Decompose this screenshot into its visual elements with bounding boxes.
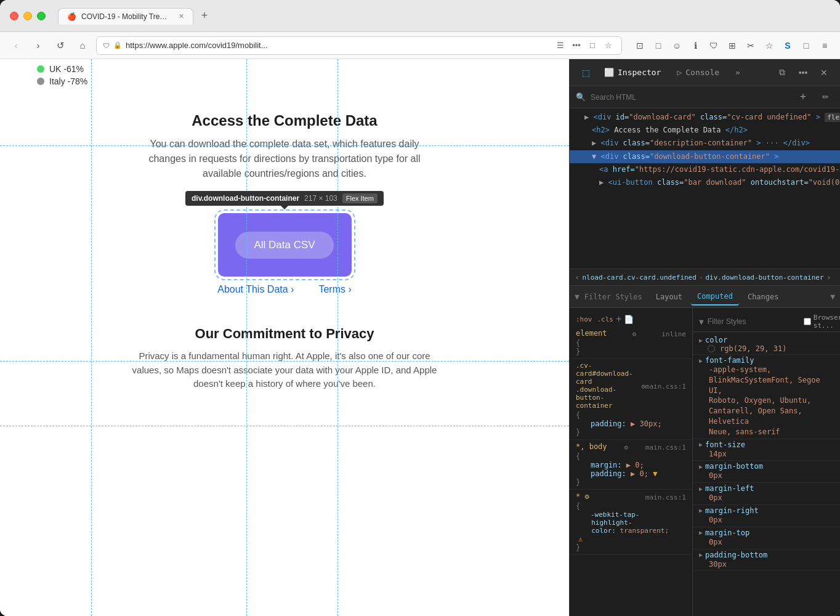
- reader-mode-button[interactable]: ☰: [554, 39, 567, 52]
- privacy-section: Our Commitment to Privacy Privacy is a f…: [37, 307, 532, 397]
- toolbar-icon-5[interactable]: 🛡: [706, 38, 722, 54]
- color-prop-name: color: [705, 336, 727, 344]
- margin-bottom-header[interactable]: ▶ margin-bottom: [699, 462, 834, 471]
- maximize-button[interactable]: [37, 12, 46, 20]
- devtools-more-tabs[interactable]: »: [729, 64, 746, 81]
- tree-line-6[interactable]: ▶ <ui-button class="bar download" ontouc…: [570, 176, 840, 189]
- toolbar-icon-9[interactable]: S: [780, 38, 796, 54]
- devtools-dock-button[interactable]: ⧉: [773, 64, 791, 81]
- download-button-container[interactable]: All Data CSV: [218, 213, 352, 277]
- inspector-tab-label: Inspector: [618, 68, 661, 77]
- computed-color-row[interactable]: ▶ color rgb(29, 29, 31): [693, 334, 840, 355]
- back-button[interactable]: ‹: [7, 37, 25, 54]
- margin-right-header[interactable]: ▶ margin-right: [699, 506, 834, 515]
- toolbar-icon-7[interactable]: ✂: [743, 38, 759, 54]
- computed-padding-bottom-row[interactable]: ▶ padding-bottom 30px: [693, 549, 840, 572]
- all-data-csv-button[interactable]: All Data CSV: [235, 232, 333, 259]
- toolbar-icon-6[interactable]: ⊞: [724, 38, 740, 54]
- toolbar-icon-3[interactable]: ☺: [669, 38, 685, 54]
- computed-tab[interactable]: Computed: [691, 288, 739, 306]
- about-data-link[interactable]: About This Data ›: [217, 284, 294, 295]
- element-rule-block: element ⚙ inline { }: [570, 326, 692, 359]
- active-tab[interactable]: 🍎 COVID-19 - Mobility Trends Re... ✕: [58, 8, 193, 25]
- toolbar-icon-8[interactable]: ☆: [761, 38, 777, 54]
- tab-close-button[interactable]: ✕: [179, 12, 184, 20]
- toolbar-icon-menu[interactable]: ≡: [817, 38, 833, 54]
- url-bar[interactable]: 🛡 🔒 https://www.apple.com/covid19/mobili…: [96, 36, 622, 55]
- padding-bottom-header[interactable]: ▶ padding-bottom: [699, 551, 834, 559]
- main-layout: UK -61% Italy -78% Access the Complete D…: [0, 59, 840, 616]
- bookmark-button[interactable]: ☆: [602, 39, 615, 52]
- traffic-lights: [10, 12, 46, 20]
- browser-styles-checkbox[interactable]: Browser st...: [804, 314, 840, 330]
- toolbar-icon-2[interactable]: □: [650, 38, 666, 54]
- devtools-pointer-button[interactable]: ⬚: [577, 64, 594, 81]
- margin-top-expand-tri: ▶: [699, 529, 703, 536]
- breadcrumb-bar: ‹ nload-card.cv-card.undefined › div.dow…: [570, 269, 840, 286]
- more-button[interactable]: •••: [570, 39, 583, 52]
- margin-top-value: 0px: [699, 537, 834, 548]
- changes-arrow[interactable]: ▼: [830, 292, 835, 301]
- rule-open-brace-2: {: [576, 411, 580, 419]
- changes-tab[interactable]: Changes: [741, 289, 785, 305]
- layout-tab[interactable]: Layout: [650, 289, 689, 305]
- breadcrumb-forward-arrow[interactable]: ›: [826, 272, 831, 282]
- font-family-prop-header[interactable]: ▶ font-family: [699, 356, 834, 365]
- margin-bottom-expand-tri: ▶: [699, 463, 703, 470]
- toolbar-icon-10[interactable]: □: [798, 38, 814, 54]
- breadcrumb-item-2[interactable]: div.download-button-container: [706, 274, 824, 282]
- toolbar-icon-1[interactable]: ⊡: [632, 38, 648, 54]
- hov-pseudo[interactable]: :hov: [576, 315, 592, 323]
- computed-styles-panel: ▼ Browser st... ▶ color: [693, 308, 840, 616]
- margin-left-header[interactable]: ▶ margin-left: [699, 484, 834, 493]
- computed-filter-input[interactable]: [708, 317, 800, 326]
- cls-pseudo[interactable]: .cls: [597, 315, 614, 323]
- devtools-console-tab[interactable]: ▷ Console: [671, 64, 725, 81]
- tree-line-5[interactable]: <a href="https://covid19-static.cdn-appl…: [570, 163, 840, 176]
- browser-styles-label: Browser st...: [814, 314, 840, 330]
- tree-line-3[interactable]: ▶ <div class="description-container" > ·…: [570, 137, 840, 150]
- devtools-close-button[interactable]: ✕: [815, 64, 833, 81]
- computed-font-size-row[interactable]: ▶ font-size 14px: [693, 439, 840, 461]
- gear-icon[interactable]: ⚙: [632, 330, 637, 338]
- computed-margin-right-row[interactable]: ▶ margin-right 0px: [693, 505, 840, 527]
- computed-search-icon: ▼: [699, 317, 704, 326]
- tree-content-2: <h2> Access the Complete Data </h2>: [592, 126, 748, 134]
- color-prop-header[interactable]: ▶ color: [699, 336, 834, 344]
- devtools-options-button[interactable]: •••: [794, 64, 812, 81]
- add-rule-button[interactable]: +: [616, 314, 621, 325]
- html-tree[interactable]: ▶ <div id="download-card" class="cv-card…: [570, 108, 840, 269]
- rule-open-brace-3: {: [576, 452, 580, 461]
- home-button[interactable]: ⌂: [74, 37, 91, 54]
- tree-line-4[interactable]: ▼ <div class="download-button-container"…: [570, 150, 840, 163]
- computed-font-family-row[interactable]: ▶ font-family -apple-system,BlinkMacSyst…: [693, 355, 840, 439]
- search-html-input[interactable]: [591, 93, 790, 102]
- body-gear-icon[interactable]: ⚙: [624, 444, 628, 452]
- edit-button[interactable]: ✏: [817, 89, 834, 106]
- devtools-inspector-tab[interactable]: ⬜ Inspector: [598, 64, 667, 81]
- forward-button[interactable]: ›: [30, 37, 47, 54]
- toolbar-icon-4[interactable]: ℹ: [687, 38, 703, 54]
- breadcrumb-back-arrow[interactable]: ‹: [575, 272, 580, 282]
- margin-top-header[interactable]: ▶ margin-top: [699, 529, 834, 537]
- terms-link[interactable]: Terms ›: [318, 284, 351, 295]
- add-rule-button[interactable]: +: [794, 89, 812, 106]
- computed-margin-bottom-row[interactable]: ▶ margin-bottom 0px: [693, 461, 840, 483]
- breadcrumb-item-1[interactable]: nload-card.cv-card.undefined: [582, 274, 696, 282]
- computed-margin-left-row[interactable]: ▶ margin-left 0px: [693, 483, 840, 505]
- nav-bar: ‹ › ↺ ⌂ 🛡 🔒 https://www.apple.com/covid1…: [0, 32, 840, 59]
- computed-margin-top-row[interactable]: ▶ margin-top 0px: [693, 527, 840, 549]
- reading-list-button[interactable]: □: [586, 39, 599, 52]
- minimize-button[interactable]: [23, 12, 32, 20]
- left-styles-panel: :hov .cls + 📄 element ⚙ inline: [570, 308, 693, 616]
- download-gear-icon[interactable]: ⚙: [641, 383, 645, 391]
- tree-line-1[interactable]: ▶ <div id="download-card" class="cv-card…: [570, 111, 840, 124]
- page-icon[interactable]: 📄: [624, 315, 634, 324]
- new-tab-button[interactable]: +: [196, 7, 213, 25]
- close-button[interactable]: [10, 12, 18, 20]
- font-size-prop-header[interactable]: ▶ font-size: [699, 440, 834, 449]
- tree-line-2[interactable]: <h2> Access the Complete Data </h2>: [570, 124, 840, 137]
- refresh-button[interactable]: ↺: [52, 37, 69, 54]
- browser-styles-check[interactable]: [804, 318, 811, 325]
- download-card-selector: .cv-card#download-card.download-button-c…: [576, 362, 641, 410]
